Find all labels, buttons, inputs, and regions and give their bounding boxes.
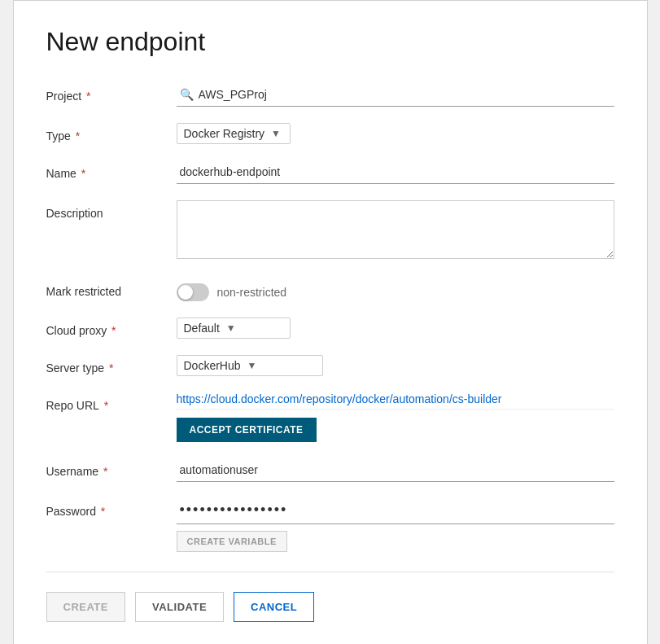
divider (46, 572, 614, 572)
username-control (177, 458, 614, 482)
create-variable-button[interactable]: CREATE VARIABLE (177, 531, 287, 552)
repo-url-control: https://cloud.docker.com/repository/dock… (177, 392, 614, 442)
project-label: Project * (46, 83, 177, 103)
mark-restricted-label: Mark restricted (46, 278, 177, 298)
mark-restricted-row: Mark restricted non-restricted (46, 278, 614, 301)
restricted-status: non-restricted (217, 286, 287, 299)
name-required: * (78, 167, 85, 180)
password-label: Password * (46, 498, 177, 518)
repo-url-link[interactable]: https://cloud.docker.com/repository/dock… (177, 392, 614, 410)
validate-button[interactable]: VALIDATE (135, 592, 224, 622)
search-icon: 🔍 (180, 88, 194, 101)
cancel-button[interactable]: CANCEL (234, 592, 314, 622)
cloud-proxy-row: Cloud proxy * Default ▼ (46, 318, 614, 339)
cloud-proxy-select[interactable]: Default ▼ (177, 318, 291, 339)
toggle-wrapper: non-restricted (177, 278, 614, 301)
project-input[interactable] (199, 88, 611, 101)
description-label: Description (46, 200, 177, 220)
cloud-proxy-label: Cloud proxy * (46, 318, 177, 337)
description-row: Description (46, 200, 614, 262)
chevron-down-icon: ▼ (271, 128, 281, 139)
type-required: * (72, 129, 80, 142)
password-required: * (98, 505, 105, 518)
dialog-title: New endpoint (46, 27, 614, 57)
create-button[interactable]: CREATE (46, 592, 125, 622)
cloud-proxy-control: Default ▼ (177, 318, 614, 339)
action-buttons: CREATE VALIDATE CANCEL (46, 592, 614, 622)
description-textarea[interactable] (177, 200, 614, 259)
type-select[interactable]: Docker Registry ▼ (177, 123, 291, 144)
name-label: Name * (46, 160, 177, 180)
type-label: Type * (46, 123, 177, 142)
username-label: Username * (46, 458, 177, 478)
server-type-label: Server type * (46, 355, 177, 375)
cloud-proxy-select-value: Default (184, 322, 220, 335)
type-select-value: Docker Registry (184, 127, 265, 140)
repo-url-label: Repo URL * (46, 392, 177, 412)
username-input[interactable] (177, 458, 614, 482)
restricted-toggle[interactable] (177, 283, 209, 301)
server-type-select[interactable]: DockerHub ▼ (177, 355, 323, 376)
chevron-down-icon: ▼ (247, 360, 257, 371)
password-row: Password * •••••••••••••••• CREATE VARIA… (46, 498, 614, 552)
repo-url-required: * (101, 399, 108, 412)
server-type-select-value: DockerHub (184, 359, 241, 372)
project-input-wrapper: 🔍 (177, 83, 614, 107)
chevron-down-icon: ▼ (226, 322, 236, 334)
mark-restricted-control: non-restricted (177, 278, 614, 301)
username-row: Username * (46, 458, 614, 482)
description-control (177, 200, 614, 262)
type-control: Docker Registry ▼ (177, 123, 614, 144)
project-row: Project * 🔍 (46, 83, 614, 107)
project-control: 🔍 (177, 83, 614, 107)
server-type-control: DockerHub ▼ (177, 355, 614, 376)
toggle-knob (178, 285, 193, 300)
username-required: * (100, 465, 107, 478)
server-type-row: Server type * DockerHub ▼ (46, 355, 614, 376)
name-row: Name * (46, 160, 614, 184)
accept-certificate-button[interactable]: ACCEPT CERTIFICATE (177, 418, 317, 442)
server-type-required: * (106, 361, 113, 375)
cloud-proxy-required: * (108, 324, 116, 337)
password-dots: •••••••••••••••• (177, 498, 614, 524)
name-control (177, 160, 614, 184)
repo-url-row: Repo URL * https://cloud.docker.com/repo… (46, 392, 614, 442)
project-required: * (83, 90, 90, 103)
new-endpoint-dialog: New endpoint Project * 🔍 Type * Docker R… (13, 0, 648, 644)
type-row: Type * Docker Registry ▼ (46, 123, 614, 144)
password-control: •••••••••••••••• CREATE VARIABLE (177, 498, 614, 552)
name-input[interactable] (177, 160, 614, 184)
